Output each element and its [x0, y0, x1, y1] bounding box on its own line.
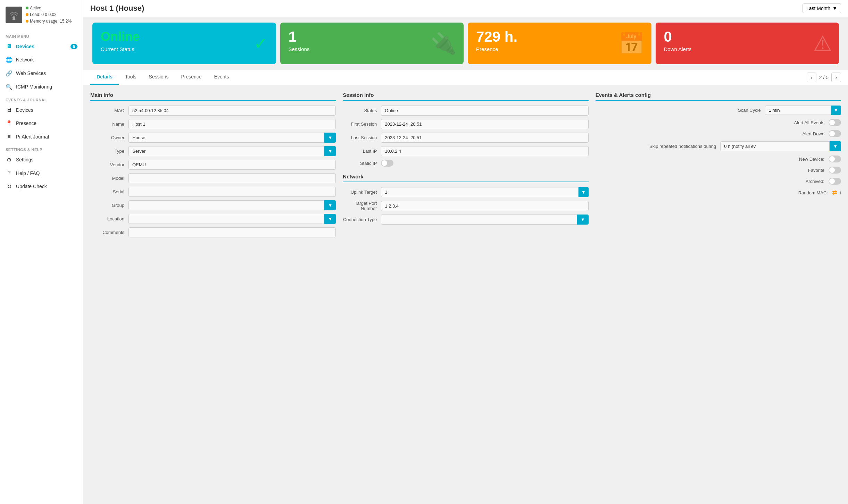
- archived-label: Archived:: [596, 179, 829, 184]
- alert-down-toggle[interactable]: [829, 130, 841, 137]
- next-page-button[interactable]: ›: [831, 73, 841, 82]
- field-last-session: Last Session: [343, 133, 588, 143]
- skip-repeated-group: ▼: [720, 141, 841, 151]
- name-input[interactable]: [128, 119, 336, 129]
- group-dropdown-button[interactable]: ▼: [324, 200, 336, 210]
- active-label: Active: [30, 6, 41, 10]
- archived-toggle[interactable]: [829, 178, 841, 185]
- serial-label: Serial: [90, 189, 128, 194]
- skip-repeated-input[interactable]: [720, 141, 830, 151]
- sidebar-item-journal[interactable]: ≡ Pi.Alert Journal: [0, 130, 83, 143]
- connection-type-dropdown-button[interactable]: ▼: [577, 215, 589, 225]
- config-random-mac: Random MAC: ⇄ ℹ: [596, 189, 841, 196]
- sidebar-status: Active Load: 0 0 0.02 Memory usage: 15.2…: [26, 5, 72, 25]
- field-group: Group ▼: [90, 200, 336, 210]
- sidebar-logo: Active Load: 0 0 0.02 Memory usage: 15.2…: [0, 0, 83, 30]
- config-archived: Archived:: [596, 178, 841, 185]
- events-config-title: Events & Alerts config: [596, 92, 841, 101]
- connection-type-input[interactable]: [381, 215, 577, 225]
- type-input[interactable]: [128, 146, 324, 156]
- name-label: Name: [90, 121, 128, 127]
- page-title: Host 1 (House): [90, 4, 144, 13]
- network-icon: 🌐: [6, 57, 13, 63]
- chevron-down-icon: ▼: [832, 6, 837, 11]
- uplink-dropdown-button[interactable]: ▼: [579, 187, 589, 197]
- sidebar-item-devices-journal[interactable]: 🖥 Devices: [0, 103, 83, 117]
- sidebar-item-devices[interactable]: 🖥 Devices 5: [0, 40, 83, 53]
- tab-tools[interactable]: Tools: [119, 70, 143, 85]
- devices-icon: 🖥: [6, 43, 13, 50]
- uplink-target-input[interactable]: [381, 187, 578, 197]
- page-total: 5: [826, 75, 829, 80]
- config-new-device: New Device:: [596, 156, 841, 162]
- card-sessions: 1 Sessions 🔌: [280, 23, 464, 64]
- tab-details[interactable]: Details: [90, 70, 119, 85]
- connection-type-group: ▼: [381, 215, 588, 225]
- period-selected-label: Last Month: [806, 6, 830, 11]
- prev-page-button[interactable]: ‹: [807, 73, 816, 82]
- target-port-input[interactable]: [381, 201, 588, 211]
- group-input[interactable]: [128, 200, 324, 210]
- logo-icon: [6, 7, 22, 23]
- card-presence: 729 h. Presence 📅: [468, 23, 651, 64]
- settings-label: SETTINGS & HELP: [0, 143, 83, 153]
- type-dropdown-button[interactable]: ▼: [324, 146, 336, 156]
- sidebar-item-icmp[interactable]: 🔍 ICMP Monitoring: [0, 80, 83, 94]
- new-device-label: New Device:: [596, 157, 829, 162]
- vendor-input[interactable]: [128, 160, 336, 170]
- sidebar-item-label: Web Services: [16, 70, 46, 76]
- shuffle-icon[interactable]: ⇄: [832, 189, 837, 196]
- scan-cycle-dropdown-button[interactable]: ▼: [831, 106, 841, 115]
- last-session-input: [381, 133, 588, 143]
- field-target-port: Target Port Number: [343, 201, 588, 211]
- static-ip-toggle[interactable]: [381, 160, 393, 167]
- alert-all-events-toggle[interactable]: [829, 119, 841, 126]
- sidebar-item-network[interactable]: 🌐 Network: [0, 53, 83, 67]
- tab-nav: ‹ 2 / 5 ›: [807, 73, 841, 82]
- network-title: Network: [343, 174, 588, 182]
- config-skip-repeated: Skip repeated notifications during ▼: [596, 141, 841, 151]
- tab-sessions[interactable]: Sessions: [143, 70, 175, 85]
- mac-input[interactable]: [128, 106, 336, 116]
- scan-cycle-input[interactable]: [765, 106, 831, 115]
- period-dropdown[interactable]: Last Month ▼: [803, 3, 841, 13]
- load-label: Load: 0 0 0.02: [30, 12, 57, 17]
- owner-group: ▼: [128, 133, 336, 143]
- update-icon: ↻: [6, 183, 13, 190]
- main-menu-label: MAIN MENU: [0, 30, 83, 40]
- sidebar-item-label: Devices: [16, 107, 33, 113]
- random-mac-label: Random MAC:: [596, 190, 832, 195]
- sidebar-item-presence[interactable]: 📍 Presence: [0, 117, 83, 130]
- card-alerts: 0 Down Alerts ⚠: [656, 23, 839, 64]
- target-port-label: Target Port Number: [343, 201, 381, 211]
- location-input[interactable]: [128, 214, 324, 224]
- serial-input[interactable]: [128, 187, 336, 197]
- model-input[interactable]: [128, 173, 336, 183]
- field-comments: Comments: [90, 227, 336, 237]
- tab-presence[interactable]: Presence: [175, 70, 208, 85]
- events-alerts-section: Events & Alerts config Scan Cycle ▼ Aler…: [596, 92, 841, 241]
- icmp-icon: 🔍: [6, 84, 13, 90]
- skip-repeated-dropdown-button[interactable]: ▼: [830, 141, 841, 151]
- comments-label: Comments: [90, 230, 128, 235]
- comments-input[interactable]: [128, 227, 336, 237]
- last-session-label: Last Session: [343, 135, 381, 140]
- devices-journal-icon: 🖥: [6, 107, 13, 113]
- owner-dropdown-button[interactable]: ▼: [324, 133, 336, 143]
- sidebar-item-label: Devices: [16, 44, 34, 49]
- info-icon[interactable]: ℹ: [839, 190, 841, 195]
- tab-events[interactable]: Events: [208, 70, 235, 85]
- location-dropdown-button[interactable]: ▼: [324, 214, 336, 224]
- sidebar-item-update[interactable]: ↻ Update Check: [0, 180, 83, 193]
- favorite-toggle[interactable]: [829, 167, 841, 174]
- owner-input[interactable]: [128, 133, 324, 143]
- sidebar-item-help[interactable]: ? Help / FAQ: [0, 167, 83, 180]
- sidebar-item-label: Network: [16, 57, 34, 62]
- main-header: Host 1 (House) Last Month ▼: [83, 0, 848, 17]
- main-content: Host 1 (House) Last Month ▼ Online Curre…: [83, 0, 848, 504]
- memory-label: Memory usage: 15.2%: [30, 19, 72, 24]
- sidebar-item-settings[interactable]: ⚙ Settings: [0, 153, 83, 167]
- main-info-title: Main Info: [90, 92, 336, 101]
- new-device-toggle[interactable]: [829, 156, 841, 162]
- sidebar-item-web-services[interactable]: 🔗 Web Services: [0, 67, 83, 80]
